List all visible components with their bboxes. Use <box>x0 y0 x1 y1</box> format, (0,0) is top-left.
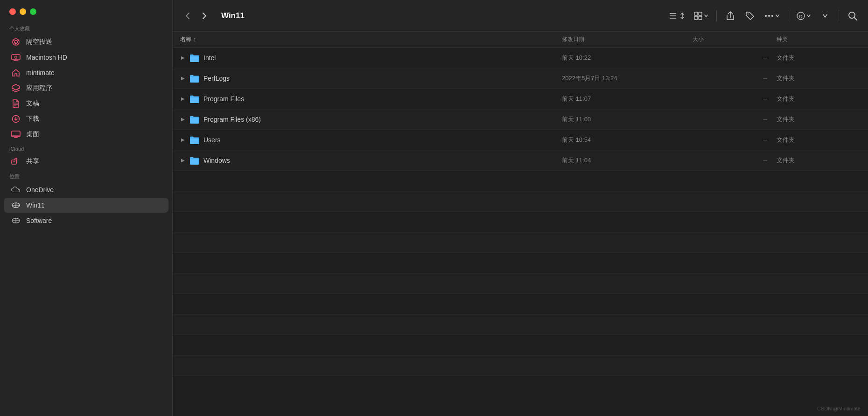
toolbar-divider1 <box>716 10 717 21</box>
sidebar-item-mintimate[interactable]: mintimate <box>4 65 168 80</box>
macintosh-hd-label: Macintosh HD <box>26 54 67 61</box>
dropdown-arrow-button[interactable] <box>817 8 833 24</box>
col-name[interactable]: 名称 ↑ <box>180 35 562 43</box>
more-button[interactable] <box>762 8 782 24</box>
sidebar-item-desktop[interactable]: 桌面 <box>4 127 168 142</box>
file-name: Users <box>203 136 221 144</box>
sidebar-item-software[interactable]: Software <box>4 213 168 228</box>
traffic-lights <box>0 0 172 21</box>
table-row[interactable]: ▶ Users 前天 10:54 -- 文件夹 <box>173 130 868 150</box>
file-name: Program Files (x86) <box>203 116 261 123</box>
file-name-cell: ▶ Program Files <box>180 94 562 104</box>
empty-row <box>173 273 868 294</box>
file-name: Program Files <box>203 95 244 103</box>
expand-arrow[interactable]: ▶ <box>180 55 186 61</box>
file-size: -- <box>693 75 777 82</box>
onedrive-label: OneDrive <box>26 186 54 194</box>
file-name-cell: ▶ Windows <box>180 155 562 166</box>
registered-button[interactable]: R <box>794 8 813 24</box>
expand-arrow[interactable]: ▶ <box>180 117 186 122</box>
watermark: CSDN @Mintimate <box>817 406 861 411</box>
col-size[interactable]: 大小 <box>693 35 777 43</box>
tag-button[interactable] <box>742 8 758 24</box>
shared-icon <box>11 157 21 166</box>
file-name: Intel <box>203 54 216 62</box>
back-button[interactable] <box>180 8 195 23</box>
expand-arrow[interactable]: ▶ <box>180 158 186 163</box>
empty-row <box>173 335 868 355</box>
downloads-label: 下载 <box>26 115 39 123</box>
sidebar: 个人收藏 隔空投送 Macintosh <box>0 0 173 416</box>
maximize-button[interactable] <box>30 8 36 15</box>
software-label: Software <box>26 217 52 224</box>
software-icon <box>11 216 21 225</box>
sidebar-item-win11[interactable]: Win11 <box>4 198 168 213</box>
macintosh-hd-icon <box>11 53 21 62</box>
toolbar-title: Win11 <box>221 11 245 21</box>
table-row[interactable]: ▶ Program Files (x86) 前天 11:00 -- 文件夹 <box>173 109 868 130</box>
folder-icon <box>189 94 200 104</box>
table-row[interactable]: ▶ Intel 前天 10:22 -- 文件夹 <box>173 48 868 68</box>
toolbar: Win11 <box>173 0 868 32</box>
expand-arrow[interactable]: ▶ <box>180 96 186 102</box>
file-size: -- <box>693 54 777 61</box>
documents-label: 文稿 <box>26 99 39 108</box>
sidebar-item-onedrive[interactable]: OneDrive <box>4 182 168 197</box>
file-list: ▶ Intel 前天 10:22 -- 文件夹 ▶ <box>173 48 868 416</box>
sidebar-item-shared[interactable]: 共享 <box>4 154 168 169</box>
col-date[interactable]: 修改日期 <box>562 35 693 43</box>
downloads-icon <box>11 114 21 124</box>
minimize-button[interactable] <box>20 8 26 15</box>
table-row[interactable]: ▶ PerfLogs 2022年5月7日 13:24 -- 文件夹 <box>173 68 868 89</box>
svg-point-32 <box>765 15 767 17</box>
table-row[interactable]: ▶ Windows 前天 11:04 -- 文件夹 <box>173 150 868 171</box>
sidebar-item-macintosh-hd[interactable]: Macintosh HD <box>4 50 168 65</box>
file-kind: 文件夹 <box>777 136 861 144</box>
svg-point-33 <box>768 15 770 17</box>
desktop-icon <box>11 130 21 139</box>
icloud-section-label: iCloud <box>0 142 172 153</box>
onedrive-icon <box>11 185 21 194</box>
file-kind: 文件夹 <box>777 95 861 103</box>
forward-button[interactable] <box>197 8 212 23</box>
empty-row <box>173 212 868 232</box>
column-headers: 名称 ↑ 修改日期 大小 种类 <box>173 32 868 48</box>
sidebar-scroll: 个人收藏 隔空投送 Macintosh <box>0 21 172 416</box>
list-sort-button[interactable] <box>667 8 687 24</box>
sidebar-item-documents[interactable]: 文稿 <box>4 96 168 111</box>
close-button[interactable] <box>9 8 16 15</box>
file-size: -- <box>693 95 777 102</box>
sidebar-item-downloads[interactable]: 下载 <box>4 111 168 126</box>
file-date: 前天 10:54 <box>562 136 693 144</box>
col-kind[interactable]: 种类 <box>777 35 861 43</box>
folder-icon <box>189 135 200 145</box>
empty-row <box>173 171 868 191</box>
sort-arrow: ↑ <box>193 36 196 43</box>
documents-icon <box>11 99 21 108</box>
file-name-cell: ▶ Users <box>180 135 562 145</box>
empty-row <box>173 232 868 253</box>
sidebar-item-applications[interactable]: 应用程序 <box>4 81 168 96</box>
empty-row <box>173 314 868 335</box>
favorites-section-label: 个人收藏 <box>0 21 172 34</box>
applications-label: 应用程序 <box>26 84 52 92</box>
search-button[interactable] <box>845 8 861 24</box>
toolbar-divider3 <box>839 10 839 21</box>
grid-view-button[interactable] <box>691 8 711 24</box>
sidebar-item-airdrop[interactable]: 隔空投送 <box>4 35 168 49</box>
toolbar-divider2 <box>788 10 788 21</box>
svg-rect-27 <box>694 12 698 15</box>
airdrop-icon <box>11 37 21 47</box>
expand-arrow[interactable]: ▶ <box>180 137 186 143</box>
expand-arrow[interactable]: ▶ <box>180 76 186 81</box>
table-row[interactable]: ▶ Program Files 前天 11:07 -- 文件夹 <box>173 89 868 109</box>
svg-point-7 <box>15 56 17 58</box>
share-button[interactable] <box>722 8 738 24</box>
folder-icon <box>189 73 200 83</box>
file-date: 前天 11:04 <box>562 156 693 165</box>
svg-point-34 <box>771 15 773 17</box>
file-name-cell: ▶ Program Files (x86) <box>180 114 562 125</box>
svg-rect-5 <box>12 55 20 60</box>
file-size: -- <box>693 136 777 143</box>
empty-row <box>173 355 868 376</box>
